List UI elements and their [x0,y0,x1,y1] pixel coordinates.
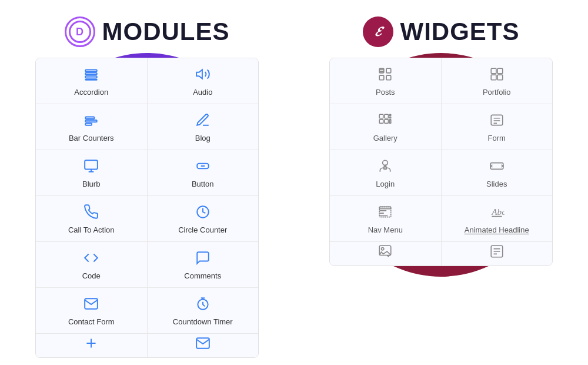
call-to-action-icon [83,204,99,222]
button-label: Button [192,180,214,188]
nav-menu-icon [377,204,393,222]
bar-counters-label: Bar Counters [69,134,114,142]
email2-icon [195,336,211,353]
module-accordion[interactable]: Accordion [36,58,148,104]
svg-rect-21 [491,75,496,80]
login-label: Login [376,180,395,188]
svg-rect-0 [86,69,98,71]
module-blog[interactable]: Blog [148,104,259,150]
svg-point-46 [382,248,384,250]
module-button[interactable]: Button [148,150,259,195]
svg-rect-3 [86,79,98,80]
modules-title: MODULES [102,18,230,46]
svg-rect-7 [85,160,98,169]
contact-form-label: Contact Form [68,317,115,326]
svg-rect-14 [386,68,391,73]
svg-rect-26 [385,120,389,124]
form2-icon [489,244,505,261]
call-to-action-label: Call To Action [68,225,115,234]
module-comments[interactable]: Comments [148,242,259,287]
svg-rect-5 [86,120,98,122]
module-contact-form[interactable]: Contact Form [36,288,148,333]
modules-row-1: Accordion Audio [36,58,258,104]
svg-rect-2 [86,76,98,78]
widgets-title: WIDGETS [400,18,520,46]
accordion-label: Accordion [74,88,108,97]
svg-rect-23 [380,114,384,118]
module-plus[interactable] [36,334,148,357]
accordion-icon [83,67,99,84]
widget-portfolio[interactable]: Portfolio [442,58,553,104]
widgets-row-4: Nav Menu Abc Animated Headline [330,196,552,242]
posts-icon [377,67,393,84]
modules-row-4: Call To Action Circle Counter [36,196,258,242]
gallery-icon [377,112,393,130]
modules-row-6: Contact Form Countdown Timer [36,288,258,334]
widget-nav-menu[interactable]: Nav Menu [330,196,442,241]
countdown-timer-label: Countdown Timer [173,317,233,326]
posts-label: Posts [376,88,395,97]
comments-icon [195,250,211,268]
svg-rect-4 [86,117,95,119]
svg-rect-13 [380,68,385,73]
svg-rect-15 [380,75,385,80]
svg-rect-22 [497,75,503,80]
module-call-to-action[interactable]: Call To Action [36,196,148,241]
modules-row-7 [36,334,258,357]
module-bar-counters[interactable]: Bar Counters [36,104,148,150]
form-label: Form [488,134,506,142]
widget-image-map[interactable] [330,242,442,266]
blurb-label: Blurb [82,180,100,188]
blog-label: Blog [195,134,211,142]
divi-header: D MODULES [65,16,230,47]
nav-menu-label: Nav Menu [368,225,403,234]
widget-animated-headline[interactable]: Abc Animated Headline [442,196,553,241]
svg-rect-16 [386,75,391,80]
bar-counters-icon [83,112,99,130]
widget-slides[interactable]: Slides [442,150,553,195]
svg-point-36 [385,165,386,166]
widgets-row-5 [330,242,552,266]
module-audio[interactable]: Audio [148,58,259,104]
circle-counter-label: Circle Counter [178,225,227,234]
image-map-icon [377,244,393,261]
button-icon [195,158,211,176]
audio-icon [195,67,211,84]
slides-icon [489,158,505,176]
svg-rect-25 [380,120,384,124]
module-circle-counter[interactable]: Circle Counter [148,196,259,241]
widget-posts[interactable]: Posts [330,58,442,104]
svg-rect-37 [490,163,503,170]
comments-label: Comments [184,271,221,280]
animated-headline-label: Animated Headline [465,225,529,234]
main-container: D MODULES Accordion Audio [0,0,588,365]
portfolio-icon [489,67,505,84]
elementor-header: 𝓔 WIDGETS [363,16,520,47]
elementor-logo: 𝓔 [363,16,393,47]
svg-rect-1 [86,73,98,75]
elementor-logo-letter: 𝓔 [375,24,381,39]
widget-login[interactable]: Login [330,150,442,195]
widgets-grid: Posts Portfolio [329,58,553,266]
login-icon [377,158,393,176]
slides-label: Slides [486,180,507,188]
contact-form-icon [83,296,99,314]
svg-text:Abc: Abc [491,207,505,217]
module-blurb[interactable]: Blurb [36,150,148,195]
svg-rect-6 [86,123,92,125]
gallery-label: Gallery [373,134,397,142]
svg-rect-27 [390,114,391,115]
module-email2[interactable] [148,334,259,357]
svg-rect-20 [497,68,503,74]
form-icon [489,112,505,130]
circle-counter-icon [195,204,211,222]
widget-form[interactable]: Form [442,104,553,150]
module-countdown-timer[interactable]: Countdown Timer [148,288,259,333]
animated-headline-icon: Abc [489,204,505,222]
code-icon [83,250,99,268]
widget-gallery[interactable]: Gallery [330,104,442,150]
module-code[interactable]: Code [36,242,148,287]
svg-rect-19 [491,68,496,74]
right-section: 𝓔 WIDGETS [294,0,588,365]
widget-form2[interactable] [442,242,553,266]
